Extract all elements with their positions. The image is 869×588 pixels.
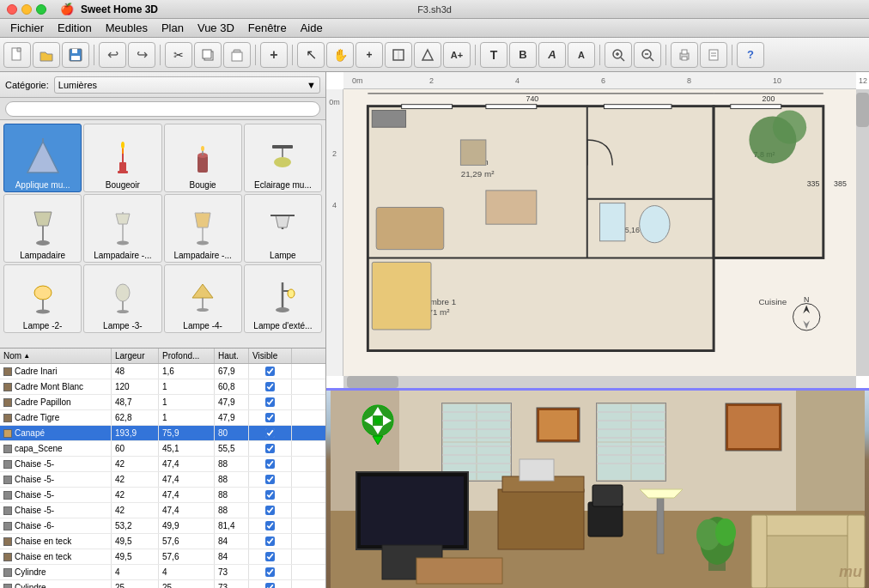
table-row[interactable]: capa_Scene6045,155,5 bbox=[0, 441, 325, 457]
copy-button[interactable] bbox=[194, 42, 222, 68]
visible-checkbox[interactable] bbox=[265, 397, 275, 407]
search-input[interactable] bbox=[5, 101, 320, 117]
zoom-in-button[interactable] bbox=[605, 42, 632, 68]
table-row[interactable]: Chaise -5-4247,488 bbox=[0, 457, 325, 472]
text-tool-button[interactable]: T bbox=[480, 42, 507, 68]
add-furniture-button[interactable]: + bbox=[260, 42, 288, 68]
apple-menu[interactable]: 🍎 bbox=[60, 3, 74, 15]
print-button[interactable] bbox=[671, 42, 698, 68]
furniture-item-lampe-4[interactable]: Lampe -4- bbox=[164, 264, 242, 333]
bold-button[interactable]: B bbox=[509, 42, 537, 68]
visible-checkbox[interactable] bbox=[265, 475, 275, 484]
furniture-item-lampadaire-3[interactable]: Lampadaire -... bbox=[164, 194, 242, 263]
menu-vue3d[interactable]: Vue 3D bbox=[191, 20, 241, 36]
table-row[interactable]: Chaise -5-4247,488 bbox=[0, 503, 325, 518]
table-row[interactable]: Cadre Tigre62,8147,9 bbox=[0, 410, 325, 426]
cell-visible[interactable] bbox=[249, 457, 292, 471]
view-3d[interactable]: mu bbox=[326, 391, 869, 588]
furniture-item-bougie[interactable]: Bougie bbox=[164, 124, 242, 192]
category-select[interactable]: Lumières ▼ bbox=[54, 76, 320, 94]
paste-button[interactable] bbox=[223, 42, 251, 68]
cell-visible[interactable] bbox=[249, 518, 292, 533]
menu-fichier[interactable]: Fichier bbox=[3, 20, 51, 36]
furniture-item-lampadaire-2[interactable]: Lampadaire -... bbox=[83, 194, 161, 263]
select-tool-button[interactable]: ↖ bbox=[297, 42, 325, 68]
visible-checkbox[interactable] bbox=[265, 413, 275, 422]
italic-button[interactable]: A bbox=[538, 42, 566, 68]
table-row[interactable]: Cadre Inari481,667,9 bbox=[0, 364, 325, 379]
dimension-button[interactable]: A+ bbox=[443, 42, 471, 68]
menu-meubles[interactable]: Meubles bbox=[99, 20, 155, 36]
cell-visible[interactable] bbox=[249, 379, 292, 394]
visible-checkbox[interactable] bbox=[265, 552, 275, 561]
table-row[interactable]: Cadre Mont Blanc120160,8 bbox=[0, 379, 325, 395]
col-header-haut[interactable]: Haut. bbox=[215, 349, 249, 363]
menu-aide[interactable]: Aide bbox=[294, 20, 330, 36]
cell-visible[interactable] bbox=[249, 472, 292, 487]
export-button[interactable] bbox=[700, 42, 727, 68]
col-header-visible[interactable]: Visible bbox=[249, 349, 292, 363]
table-row[interactable]: Cylindre4473 bbox=[0, 565, 325, 580]
cell-visible[interactable] bbox=[249, 580, 292, 588]
table-row[interactable]: Cylindre252573 bbox=[0, 580, 325, 588]
minimize-button[interactable] bbox=[21, 4, 32, 15]
visible-checkbox[interactable] bbox=[265, 567, 275, 577]
floor-plan-scrollbar-h[interactable] bbox=[343, 376, 856, 388]
furniture-item-lampe-3[interactable]: Lampe -3- bbox=[83, 264, 161, 333]
menu-plan[interactable]: Plan bbox=[155, 20, 191, 36]
visible-checkbox[interactable] bbox=[265, 459, 275, 469]
table-row[interactable]: Chaise -5-4247,488 bbox=[0, 488, 325, 503]
furniture-item-bougeoir[interactable]: Bougeoir bbox=[83, 124, 161, 192]
furniture-item-lampadaire[interactable]: Lampadaire bbox=[3, 194, 82, 263]
draw-poly-button[interactable] bbox=[414, 42, 441, 68]
pan-tool-button[interactable]: ✋ bbox=[326, 42, 354, 68]
visible-checkbox[interactable] bbox=[265, 382, 275, 391]
cell-visible[interactable] bbox=[249, 364, 292, 379]
save-button[interactable] bbox=[62, 42, 89, 68]
cell-visible[interactable] bbox=[249, 395, 292, 409]
cell-visible[interactable] bbox=[249, 441, 292, 456]
cell-visible[interactable] bbox=[249, 503, 292, 518]
floor-plan-scrollbar-v[interactable] bbox=[856, 89, 869, 376]
cell-visible[interactable] bbox=[249, 426, 292, 440]
col-header-profond[interactable]: Profond... bbox=[159, 349, 215, 363]
maximize-button[interactable] bbox=[36, 4, 46, 15]
cell-visible[interactable] bbox=[249, 534, 292, 549]
furniture-item-eclairage-mu[interactable]: Eclairage mu... bbox=[244, 124, 322, 192]
menu-edition[interactable]: Edition bbox=[51, 20, 99, 36]
floor-plan[interactable]: 0m 2 4 6 8 10 12 0m 2 4 bbox=[326, 72, 869, 391]
visible-checkbox[interactable] bbox=[265, 583, 275, 588]
furniture-item-applique-mu[interactable]: Applique mu... bbox=[3, 124, 82, 192]
cell-visible[interactable] bbox=[249, 549, 292, 564]
visible-checkbox[interactable] bbox=[265, 536, 275, 546]
cell-visible[interactable] bbox=[249, 488, 292, 502]
table-row[interactable]: Chaise -5-4247,488 bbox=[0, 472, 325, 488]
floor-plan-canvas[interactable]: 740 200 bbox=[343, 89, 856, 376]
zoom-out-button[interactable] bbox=[634, 42, 661, 68]
table-row[interactable]: Chaise -6-53,249,981,4 bbox=[0, 518, 325, 534]
furniture-item-lampe-ext[interactable]: Lampe d'exté... bbox=[244, 264, 322, 333]
undo-button[interactable]: ↩ bbox=[99, 42, 126, 68]
table-row[interactable]: Chaise en teck49,557,684 bbox=[0, 534, 325, 549]
cell-visible[interactable] bbox=[249, 410, 292, 425]
table-row[interactable]: Cadre Papillon48,7147,9 bbox=[0, 395, 325, 410]
visible-checkbox[interactable] bbox=[265, 490, 275, 500]
furniture-item-lampe[interactable]: Lampe bbox=[244, 194, 322, 263]
col-header-largeur[interactable]: Largeur bbox=[112, 349, 159, 363]
visible-checkbox[interactable] bbox=[265, 506, 275, 515]
close-button[interactable] bbox=[7, 4, 17, 15]
font-size-button[interactable]: A bbox=[568, 42, 595, 68]
open-button[interactable] bbox=[33, 42, 60, 68]
furniture-item-lampe-2[interactable]: Lampe -2- bbox=[3, 264, 82, 333]
menu-fenetre[interactable]: Fenêtre bbox=[241, 20, 294, 36]
cell-visible[interactable] bbox=[249, 565, 292, 579]
draw-room-button[interactable] bbox=[385, 42, 412, 68]
visible-checkbox[interactable] bbox=[265, 444, 275, 453]
help-button[interactable]: ? bbox=[737, 42, 764, 68]
table-row[interactable]: Chaise en teck49,557,684 bbox=[0, 549, 325, 565]
redo-button[interactable]: ↪ bbox=[128, 42, 155, 68]
table-row[interactable]: Canapé193,975,980 bbox=[0, 426, 325, 441]
visible-checkbox[interactable] bbox=[265, 521, 275, 530]
visible-checkbox[interactable] bbox=[265, 428, 275, 438]
col-header-nom[interactable]: Nom ▲ bbox=[0, 349, 112, 363]
